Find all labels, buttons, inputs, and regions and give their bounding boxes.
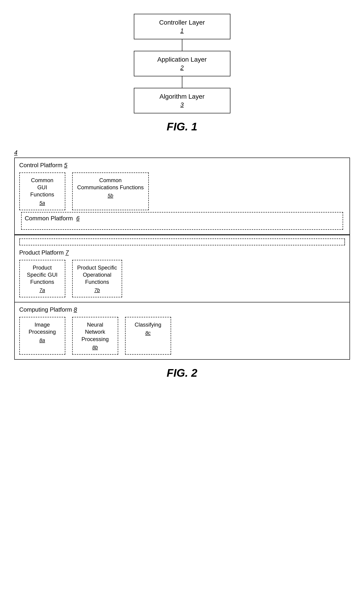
neural-network-number: 8b [77, 345, 113, 350]
common-platform-title: Common Platform 6 [25, 215, 339, 222]
common-gui-label: Common GUI Functions [24, 177, 60, 198]
fig1-diagram: Controller Layer 1 Application Layer 2 A… [134, 14, 230, 142]
application-layer-label: Application Layer [141, 56, 223, 63]
fig2-outer-number: 4 [14, 149, 17, 156]
control-platform-section: Control Platform 5 Common GUI Functions … [15, 158, 350, 235]
product-platform-title: Product Platform 7 [19, 249, 345, 256]
fig2-diagram: 4 Control Platform 5 Common GUI Function… [14, 149, 350, 379]
image-processing-number: 8a [24, 337, 60, 343]
algorithm-layer-box: Algorithm Layer 3 [134, 88, 230, 113]
product-op-label: Product Specific Operational Functions [77, 264, 117, 286]
fig2-outer-box: Control Platform 5 Common GUI Functions … [14, 158, 350, 360]
product-gui-label: Product Specific GUI Functions [24, 264, 60, 286]
product-platform-boxes: Product Specific GUI Functions 7a Produc… [19, 260, 345, 298]
common-comm-functions-box: Common Communications Functions 5b [72, 173, 149, 210]
fig1-caption: FIG. 1 [167, 120, 197, 133]
common-comm-number: 5b [77, 193, 144, 199]
connector-1-2 [182, 39, 182, 51]
neural-network-label: Neural Network Processing [77, 321, 113, 343]
fig2-caption: FIG. 2 [14, 367, 350, 379]
image-processing-box: Image Processing 8a [19, 317, 65, 355]
application-layer-box: Application Layer 2 [134, 51, 230, 76]
computing-platform-boxes: Image Processing 8a Neural Network Proce… [19, 317, 345, 355]
algorithm-layer-number: 3 [141, 101, 223, 108]
classifying-label: Classifying [130, 321, 166, 328]
application-layer-number: 2 [141, 64, 223, 71]
common-gui-functions-box: Common GUI Functions 5a [19, 173, 65, 210]
common-platform-dashed-box: Common Platform 6 [21, 212, 343, 230]
algorithm-layer-label: Algorithm Layer [141, 93, 223, 100]
computing-platform-title: Computing Platform 8 [19, 306, 345, 313]
product-gui-number: 7a [24, 287, 60, 293]
control-platform-title: Control Platform 5 [19, 162, 345, 169]
neural-network-box: Neural Network Processing 8b [72, 317, 118, 355]
common-platform-overlap-bottom [19, 239, 345, 245]
product-platform-section: Product Platform 7 Product Specific GUI … [15, 235, 350, 303]
controller-layer-box: Controller Layer 1 [134, 14, 230, 39]
image-processing-label: Image Processing [24, 321, 60, 335]
connector-2-3 [182, 76, 182, 88]
product-op-number: 7b [77, 287, 117, 293]
product-gui-functions-box: Product Specific GUI Functions 7a [19, 260, 65, 298]
classifying-box: Classifying 8c [125, 317, 171, 355]
controller-layer-label: Controller Layer [141, 19, 223, 26]
common-gui-number: 5a [24, 200, 60, 206]
computing-platform-section: Computing Platform 8 Image Processing 8a… [15, 302, 350, 359]
product-operational-functions-box: Product Specific Operational Functions 7… [72, 260, 122, 298]
common-comm-label: Common Communications Functions [77, 177, 144, 191]
classifying-number: 8c [130, 330, 166, 336]
control-platform-boxes: Common GUI Functions 5a Common Communica… [19, 173, 345, 210]
controller-layer-number: 1 [141, 27, 223, 34]
